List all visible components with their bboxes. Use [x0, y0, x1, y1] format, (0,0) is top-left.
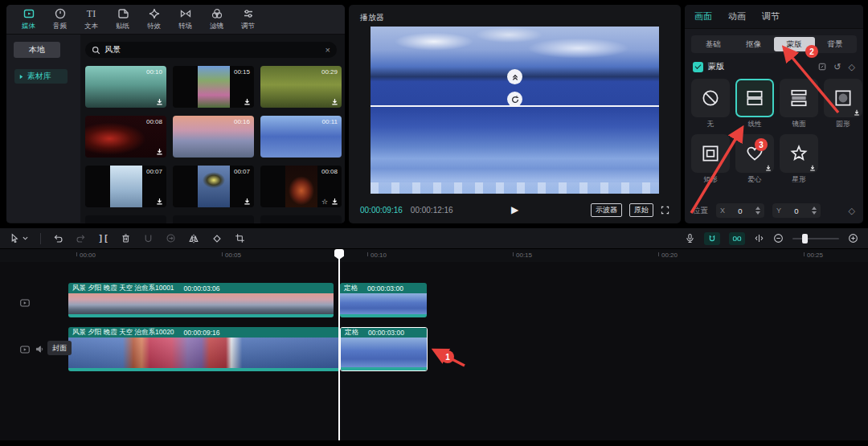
media-thumb[interactable]: 00:15: [173, 66, 254, 108]
mask-option-star[interactable]: 星形: [780, 134, 818, 185]
tab-text[interactable]: TI 文本: [76, 7, 107, 31]
timeline-ruler[interactable]: 00:00 00:05 00:10 00:15 00:20 00:25: [0, 249, 868, 262]
subtab-background[interactable]: 背景: [815, 37, 856, 51]
undo-button[interactable]: [53, 233, 63, 243]
download-icon[interactable]: [156, 198, 163, 205]
timeline-clip-upper-freeze[interactable]: 定格00:00:03:00: [340, 283, 427, 317]
track1-type-icon: [19, 297, 31, 309]
media-grid: 00:10 00:15 00:29 00:08 00:16: [85, 66, 345, 223]
media-thumb[interactable]: 00:11: [260, 116, 342, 158]
split-button[interactable]: ][: [98, 233, 108, 243]
video-preview[interactable]: [371, 27, 659, 194]
media-thumb[interactable]: 00:10: [85, 66, 166, 108]
download-icon[interactable]: [156, 148, 163, 155]
media-thumb[interactable]: 00:08: [85, 116, 166, 158]
download-icon[interactable]: [156, 98, 163, 105]
search-input[interactable]: 风景 ×: [85, 42, 337, 58]
timeline-clip-lower-main[interactable]: 风景 夕阳 晚霞 天空 治愈系1002000:00:09:16: [68, 327, 340, 371]
mask-rotate-handle[interactable]: [507, 92, 522, 107]
zoom-out-icon[interactable]: [773, 233, 784, 243]
mask-option-label: 矩形: [704, 175, 718, 185]
magnet-toggle[interactable]: [704, 232, 720, 245]
keyframe-icon[interactable]: ◇: [849, 62, 855, 72]
subtab-cutout[interactable]: 抠像: [734, 37, 775, 51]
subtab-mask[interactable]: 蒙版: [774, 37, 815, 51]
media-thumb[interactable]: 00:29: [260, 66, 342, 108]
tab-media[interactable]: 媒体: [13, 7, 44, 31]
select-tool-button[interactable]: [10, 233, 28, 243]
mirror-button[interactable]: [188, 233, 199, 244]
media-panel: 媒体 音频 TI 文本 贴纸 特效 转场 滤镜 调节: [6, 5, 345, 223]
mute-track-icon[interactable]: [35, 344, 45, 354]
mask-option-circle[interactable]: 圆形: [824, 79, 862, 129]
tab-animation[interactable]: 动画: [728, 10, 746, 23]
download-icon[interactable]: [331, 198, 338, 205]
position-y-field[interactable]: Y 0: [772, 203, 821, 218]
tab-adjustment[interactable]: 调节: [762, 10, 780, 23]
download-icon[interactable]: [244, 98, 251, 105]
media-thumb[interactable]: [85, 215, 166, 223]
record-voiceover-button[interactable]: [685, 233, 695, 243]
clip-filmstrip: [68, 338, 340, 368]
tab-filter[interactable]: 滤镜: [201, 7, 232, 31]
current-time: 00:00:09:16: [360, 206, 403, 215]
media-thumb[interactable]: [173, 215, 254, 223]
tab-picture[interactable]: 画面: [694, 10, 712, 23]
timeline-toolbar: ][: [0, 228, 868, 249]
zoom-in-icon[interactable]: [848, 233, 858, 243]
mask-option-mirror[interactable]: 镜面: [780, 79, 818, 129]
mask-feather-handle[interactable]: [507, 69, 522, 84]
clear-search-icon[interactable]: ×: [326, 46, 330, 55]
media-toolbar: 媒体 音频 TI 文本 贴纸 特效 转场 滤镜 调节: [6, 5, 345, 35]
star-icon[interactable]: ☆: [321, 198, 328, 206]
y-stepper[interactable]: [812, 207, 817, 215]
media-thumb[interactable]: [260, 215, 342, 223]
sidebar-item-library[interactable]: 素材库: [14, 69, 68, 84]
tab-sticker[interactable]: 贴纸: [107, 7, 138, 31]
mask-enabled-checkbox[interactable]: [693, 62, 703, 72]
timeline-zoom-slider[interactable]: [792, 238, 839, 239]
cover-button[interactable]: 封面: [47, 341, 72, 355]
linkage-toggle[interactable]: [729, 232, 745, 245]
mask-option-linear[interactable]: 线性: [735, 79, 774, 129]
scope-button[interactable]: 示波器: [591, 203, 622, 217]
download-icon[interactable]: [331, 98, 338, 105]
crop-button[interactable]: [235, 233, 245, 243]
position-x-field[interactable]: X 0: [716, 203, 764, 218]
tab-adjust[interactable]: 调节: [232, 7, 264, 31]
rotate-button[interactable]: [211, 233, 223, 244]
redo-button[interactable]: [76, 233, 86, 243]
delete-button[interactable]: [121, 233, 131, 243]
sidebar-item-local[interactable]: 本地: [14, 42, 60, 58]
media-thumb[interactable]: 00:07: [85, 166, 166, 207]
timeline-clip-upper-main[interactable]: 风景 夕阳 晚霞 天空 治愈系1000100:00:03:06: [68, 283, 334, 317]
reverse-button[interactable]: [166, 233, 176, 243]
position-keyframe-icon[interactable]: ◇: [849, 206, 855, 216]
zoom-slider-handle[interactable]: [802, 234, 808, 243]
tab-effects[interactable]: 特效: [138, 7, 170, 31]
reset-icon[interactable]: ↺: [833, 62, 841, 72]
mask-option-label: 镜面: [792, 120, 806, 129]
ruler-label: 00:15: [516, 252, 532, 259]
expand-icon[interactable]: [818, 63, 826, 71]
mask-option-none[interactable]: 无: [691, 79, 730, 129]
player-title: 播放器: [360, 12, 384, 23]
x-stepper[interactable]: [755, 207, 760, 215]
original-button[interactable]: 原始: [629, 203, 653, 217]
mask-option-rectangle[interactable]: 矩形: [691, 134, 730, 185]
download-icon[interactable]: [244, 198, 251, 205]
media-thumb[interactable]: 00:07: [173, 166, 254, 207]
fullscreen-icon[interactable]: [661, 206, 669, 215]
mask-option-heart[interactable]: 爱心: [735, 134, 774, 185]
play-button[interactable]: ▶: [511, 205, 518, 215]
timeline-clip-lower-freeze-selected[interactable]: 定格00:00:03:00: [340, 327, 428, 371]
thumb-duration: 00:07: [146, 168, 162, 175]
media-thumb[interactable]: 00:16: [173, 116, 254, 158]
preview-axis-toggle[interactable]: [754, 233, 764, 243]
tab-transition[interactable]: 转场: [170, 7, 201, 31]
freeze-button[interactable]: [143, 233, 154, 243]
tab-audio[interactable]: 音频: [44, 7, 76, 31]
media-thumb[interactable]: 00:08 ☆: [260, 166, 342, 207]
subtab-basic[interactable]: 基础: [693, 37, 734, 51]
playhead-line[interactable]: [338, 250, 340, 440]
